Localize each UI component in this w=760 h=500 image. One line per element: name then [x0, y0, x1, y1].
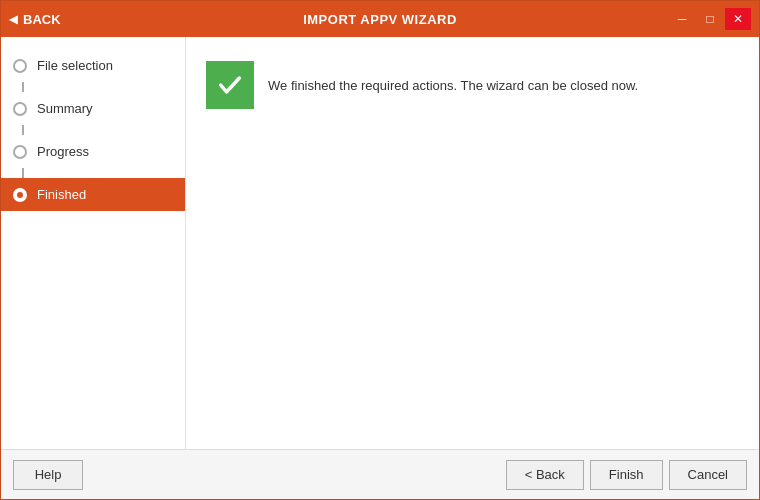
window: BACK IMPORT APPV WIZARD ─ □ ✕ File selec… — [0, 0, 760, 500]
main-content: We finished the required actions. The wi… — [186, 37, 759, 449]
step-label-progress: Progress — [37, 144, 89, 159]
step-circle-summary — [13, 102, 27, 116]
step-connector-2 — [22, 125, 24, 135]
footer-left: Help — [13, 460, 506, 490]
step-label-finished: Finished — [37, 187, 86, 202]
minimize-button[interactable]: ─ — [669, 8, 695, 30]
step-connector-3 — [22, 168, 24, 178]
success-message: We finished the required actions. The wi… — [268, 78, 638, 93]
step-circle-progress — [13, 145, 27, 159]
window-controls: ─ □ ✕ — [669, 8, 751, 30]
sidebar-item-summary[interactable]: Summary — [1, 92, 185, 125]
back-button[interactable]: BACK — [9, 12, 61, 27]
help-button[interactable]: Help — [13, 460, 83, 490]
footer-right: < Back Finish Cancel — [506, 460, 747, 490]
sidebar-item-progress[interactable]: Progress — [1, 135, 185, 168]
title-bar: BACK IMPORT APPV WIZARD ─ □ ✕ — [1, 1, 759, 37]
success-icon-box — [206, 61, 254, 109]
sidebar-item-finished[interactable]: Finished — [1, 178, 185, 211]
step-circle-finished — [13, 188, 27, 202]
back-button-footer[interactable]: < Back — [506, 460, 584, 490]
close-button[interactable]: ✕ — [725, 8, 751, 30]
restore-button[interactable]: □ — [697, 8, 723, 30]
step-circle-file-selection — [13, 59, 27, 73]
checkmark-icon — [216, 71, 244, 99]
finish-button[interactable]: Finish — [590, 460, 663, 490]
window-title: IMPORT APPV WIZARD — [303, 12, 457, 27]
sidebar-item-file-selection[interactable]: File selection — [1, 49, 185, 82]
cancel-button[interactable]: Cancel — [669, 460, 747, 490]
success-box: We finished the required actions. The wi… — [206, 61, 739, 109]
step-connector-1 — [22, 82, 24, 92]
step-label-file-selection: File selection — [37, 58, 113, 73]
content-area: File selection Summary Progress Finished — [1, 37, 759, 449]
footer: Help < Back Finish Cancel — [1, 449, 759, 499]
step-label-summary: Summary — [37, 101, 93, 116]
sidebar: File selection Summary Progress Finished — [1, 37, 186, 449]
